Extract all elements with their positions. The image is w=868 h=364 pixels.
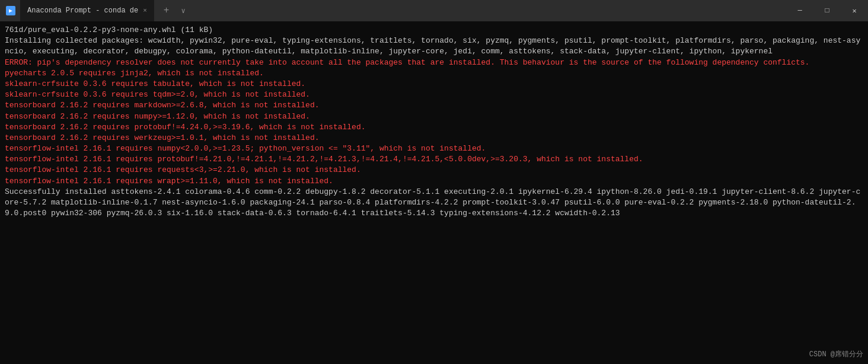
- window-icon: ▶: [6, 6, 15, 15]
- terminal-line: sklearn-crfsuite 0.3.6 requires tabulate…: [5, 79, 863, 90]
- terminal-line: Successfully installed asttokens-2.4.1 c…: [5, 187, 863, 219]
- title-bar-left: ▶ Anaconda Prompt - conda de × + ∨: [6, 0, 786, 21]
- tab-title: Anaconda Prompt - conda de: [27, 7, 138, 15]
- watermark: CSDN @席错分分: [809, 349, 863, 359]
- title-bar: ▶ Anaconda Prompt - conda de × + ∨ ─ □ ✕: [0, 0, 868, 21]
- terminal-line: pyecharts 2.0.5 requires jinja2, which i…: [5, 68, 863, 79]
- minimize-button[interactable]: ─: [786, 0, 813, 21]
- terminal-content: 761d/pure_eval-0.2.2-py3-none-any.whl (1…: [0, 21, 868, 364]
- close-button[interactable]: ✕: [841, 0, 868, 21]
- close-tab-button[interactable]: ×: [143, 7, 147, 14]
- terminal-line: sklearn-crfsuite 0.3.6 requires tqdm>=2.…: [5, 90, 863, 100]
- terminal-line: tensorboard 2.16.2 requires markdown>=2.…: [5, 100, 863, 111]
- terminal-line: tensorflow-intel 2.16.1 requires protobu…: [5, 154, 863, 165]
- terminal-line: tensorboard 2.16.2 requires protobuf!=4.…: [5, 122, 863, 133]
- terminal-line: tensorboard 2.16.2 requires werkzeug>=1.…: [5, 133, 863, 143]
- terminal-line: tensorflow-intel 2.16.1 requires wrapt>=…: [5, 176, 863, 187]
- active-tab[interactable]: Anaconda Prompt - conda de ×: [20, 0, 154, 21]
- terminal-line: ERROR: pip's dependency resolver does no…: [5, 58, 863, 68]
- terminal-window: ▶ Anaconda Prompt - conda de × + ∨ ─ □ ✕…: [0, 0, 868, 364]
- terminal-line: Installing collected packages: wcwidth, …: [5, 36, 863, 57]
- tab-arrow-button[interactable]: ∨: [178, 7, 187, 15]
- window-controls: ─ □ ✕: [786, 0, 868, 21]
- terminal-line: tensorboard 2.16.2 requires numpy>=1.12.…: [5, 111, 863, 122]
- terminal-line: 761d/pure_eval-0.2.2-py3-none-any.whl (1…: [5, 25, 863, 36]
- add-tab-button[interactable]: +: [159, 5, 174, 16]
- maximize-button[interactable]: □: [813, 0, 841, 21]
- terminal-line: tensorflow-intel 2.16.1 requires request…: [5, 165, 863, 175]
- terminal-line: tensorflow-intel 2.16.1 requires numpy<2…: [5, 143, 863, 154]
